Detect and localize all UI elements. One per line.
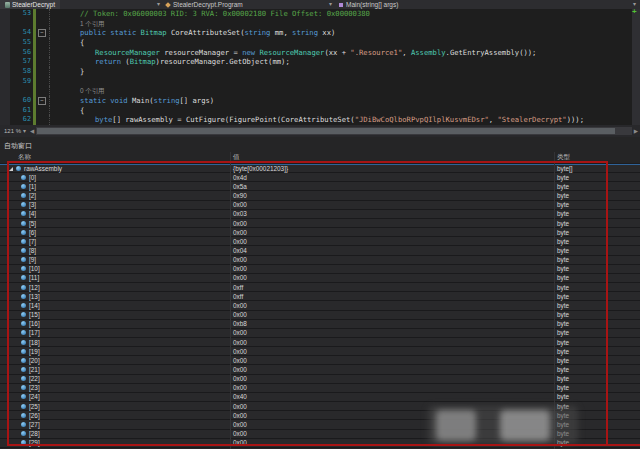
- variable-value: 0x00: [233, 365, 557, 374]
- field-icon: [21, 349, 26, 354]
- navbar-project-dropdown[interactable]: ▾: [60, 0, 163, 9]
- variable-name: [29]: [29, 438, 40, 447]
- scroll-right-icon[interactable]: ▶: [634, 128, 638, 134]
- code-line[interactable]: 55{: [0, 38, 632, 48]
- variable-name: [18]: [29, 338, 40, 347]
- variable-name: [6]: [29, 228, 36, 237]
- horizontal-scrollbar-thumb[interactable]: [37, 128, 615, 134]
- code-line[interactable]: 59: [0, 77, 632, 87]
- column-separator[interactable]: [554, 152, 555, 449]
- horizontal-scrollbar[interactable]: [36, 127, 632, 135]
- code-line[interactable]: 58}: [0, 67, 632, 77]
- breakpoint-margin[interactable]: [0, 28, 10, 38]
- code-editor[interactable]: 53// Token: 0x06000003 RID: 3 RVA: 0x000…: [0, 9, 640, 125]
- variable-type: byte: [557, 310, 640, 319]
- navbar-class-dropdown[interactable]: StealerDecrypt.Program ▾: [163, 0, 336, 9]
- breakpoint-margin[interactable]: [0, 19, 10, 29]
- variable-type: byte: [557, 392, 640, 401]
- chevron-down-icon[interactable]: ▾: [157, 0, 160, 9]
- fold-margin: [36, 77, 50, 87]
- variable-type: byte: [557, 365, 640, 374]
- vertical-scrollbar[interactable]: +: [632, 9, 640, 125]
- breakpoint-margin[interactable]: [0, 86, 10, 96]
- line-number: [10, 86, 33, 96]
- fold-margin: [36, 57, 50, 67]
- column-header-name[interactable]: 名称: [0, 153, 233, 162]
- autos-name-cell: [1]: [0, 182, 233, 191]
- autos-name-cell: [29]: [0, 438, 233, 447]
- collapse-toggle-icon[interactable]: −: [38, 29, 46, 37]
- zoom-level-select[interactable]: 121 % ▾: [2, 126, 28, 136]
- breakpoint-margin[interactable]: [0, 48, 10, 58]
- variable-type: byte: [557, 301, 640, 310]
- breakpoint-margin[interactable]: [0, 106, 10, 116]
- variable-value: 0x90: [233, 191, 557, 200]
- variable-type: byte: [557, 383, 640, 392]
- code-line[interactable]: 61{: [0, 106, 632, 116]
- field-icon: [21, 285, 26, 290]
- variable-type: byte: [557, 347, 640, 356]
- column-header-value[interactable]: 值: [233, 153, 557, 162]
- variable-name: [25]: [29, 402, 40, 411]
- code-line[interactable]: 57return (Bitmap)resourceManager.GetObje…: [0, 57, 632, 67]
- variable-value: 0x00: [233, 301, 557, 310]
- field-icon: [21, 193, 26, 198]
- autos-row[interactable]: [29]0x00byte: [0, 439, 640, 448]
- expand-arrow-icon[interactable]: [9, 167, 13, 171]
- code-line[interactable]: 0 个引用: [0, 86, 632, 96]
- scroll-left-icon[interactable]: ◀: [30, 128, 34, 134]
- code-line[interactable]: 54−public static Bitmap CoreAttributeSet…: [0, 28, 632, 38]
- breakpoint-margin[interactable]: [0, 57, 10, 67]
- variable-value: 0x00: [233, 420, 557, 429]
- column-separator[interactable]: [230, 152, 231, 449]
- chevron-down-icon[interactable]: ▾: [633, 0, 636, 9]
- breakpoint-margin[interactable]: [0, 9, 10, 19]
- variable-value: 0x04: [233, 246, 557, 255]
- autos-name-cell: [24]: [0, 392, 233, 401]
- variable-type: byte: [557, 420, 640, 429]
- collapse-toggle-icon[interactable]: −: [38, 97, 46, 105]
- autos-name-cell: [20]: [0, 356, 233, 365]
- variable-name: [28]: [29, 429, 40, 438]
- code-line[interactable]: 1 个引用: [0, 19, 632, 29]
- breakpoint-margin[interactable]: [0, 96, 10, 106]
- breakpoint-margin[interactable]: [0, 77, 10, 87]
- breakpoint-margin[interactable]: [0, 67, 10, 77]
- navbar-class-label: StealerDecrypt.Program: [173, 1, 243, 8]
- variable-type: byte: [557, 228, 640, 237]
- field-icon: [21, 394, 26, 399]
- field-icon: [21, 211, 26, 216]
- zoom-level-value: 121 %: [4, 128, 21, 134]
- autos-name-cell: [10]: [0, 264, 233, 273]
- breakpoint-margin[interactable]: [0, 38, 10, 48]
- autos-name-cell: [2]: [0, 191, 233, 200]
- variable-value: 0xff: [233, 283, 557, 292]
- document-tab[interactable]: StealerDecrypt: [0, 0, 60, 9]
- autos-name-cell: [3]: [0, 200, 233, 209]
- chevron-down-icon[interactable]: ▾: [329, 0, 332, 9]
- variable-type: byte: [557, 438, 640, 447]
- variable-name: rawAssembly: [24, 164, 62, 173]
- field-icon: [21, 175, 26, 180]
- variable-name: [26]: [29, 411, 40, 420]
- fold-margin: [36, 19, 50, 29]
- field-icon: [21, 404, 26, 409]
- code-text: [50, 77, 80, 87]
- field-icon: [16, 166, 21, 171]
- field-icon: [21, 321, 26, 326]
- fold-margin: [36, 67, 50, 77]
- code-line[interactable]: 53// Token: 0x06000003 RID: 3 RVA: 0x000…: [0, 9, 632, 19]
- breakpoint-margin[interactable]: [0, 115, 10, 125]
- fold-margin: [36, 38, 50, 48]
- variable-value: 0x00: [233, 356, 557, 365]
- field-icon: [21, 431, 26, 436]
- navbar-method-dropdown[interactable]: Main(string[] args) ▾: [336, 0, 640, 9]
- column-header-type[interactable]: 类型: [557, 153, 640, 162]
- variable-value: 0x00: [233, 438, 557, 447]
- field-icon: [21, 202, 26, 207]
- code-line[interactable]: 62byte[] rawAssembly = CutFigure(FigureP…: [0, 115, 632, 125]
- code-line[interactable]: 56ResourceManager resourceManager = new …: [0, 48, 632, 58]
- line-number: 55: [10, 38, 33, 48]
- autos-name-cell: [27]: [0, 420, 233, 429]
- code-line[interactable]: 60−static void Main(string[] args): [0, 96, 632, 106]
